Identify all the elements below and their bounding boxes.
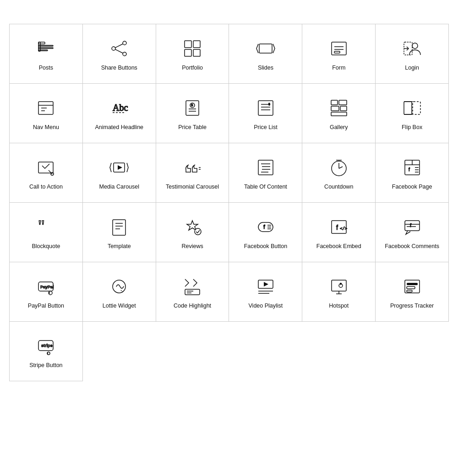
svg-rect-108 <box>407 290 412 292</box>
media-carousel-icon <box>108 157 130 178</box>
widget-item-progress-tracker[interactable]: Progress Tracker <box>376 262 449 322</box>
widget-label-progress-tracker: Progress Tracker <box>390 302 434 309</box>
widget-item-template[interactable]: Template <box>83 203 156 262</box>
widget-label-call-to-action: Call to Action <box>29 183 63 190</box>
widget-label-facebook-comments: Facebook Comments <box>385 243 439 250</box>
svg-rect-84 <box>405 221 420 231</box>
widget-label-flip-box: Flip Box <box>402 124 422 131</box>
widget-label-nav-menu: Nav Menu <box>33 124 59 131</box>
widget-item-code-highlight[interactable]: Code Highlight <box>156 262 229 322</box>
widget-label-reviews: Reviews <box>181 243 203 250</box>
slides-icon <box>255 38 277 60</box>
widget-label-gallery: Gallery <box>330 124 348 131</box>
svg-rect-1 <box>38 45 53 46</box>
svg-text:$: $ <box>268 103 270 106</box>
facebook-page-icon: f <box>401 157 423 178</box>
svg-rect-43 <box>404 102 412 114</box>
svg-rect-94 <box>185 289 200 295</box>
svg-rect-11 <box>193 41 200 48</box>
svg-marker-98 <box>264 282 268 287</box>
svg-text:f: f <box>336 224 338 231</box>
reviews-icon <box>181 216 203 238</box>
widget-label-video-playlist: Video Playlist <box>249 302 283 309</box>
widget-item-gallery[interactable]: Gallery <box>302 84 376 143</box>
widget-item-media-carousel[interactable]: Media Carousel <box>83 143 156 203</box>
widget-label-portfolio: Portfolio <box>182 64 203 71</box>
widget-item-posts[interactable]: Posts <box>10 24 83 84</box>
svg-point-75 <box>195 228 201 235</box>
svg-rect-10 <box>185 41 191 48</box>
widget-label-hotspot: Hotspot <box>329 302 349 309</box>
svg-rect-2 <box>38 48 53 49</box>
form-icon <box>328 38 350 60</box>
widget-item-login[interactable]: Login <box>376 24 449 84</box>
svg-text:f: f <box>263 223 265 230</box>
widget-item-animated-headline[interactable]: Abc Animated Headline <box>83 84 156 143</box>
portfolio-icon <box>181 38 203 60</box>
widget-label-facebook-embed: Facebook Embed <box>316 243 361 250</box>
widget-item-reviews[interactable]: Reviews <box>156 203 229 262</box>
svg-rect-44 <box>413 102 420 114</box>
svg-text:f: f <box>409 167 410 172</box>
widget-item-price-list[interactable]: $ Price List <box>229 84 302 143</box>
svg-rect-54 <box>258 160 273 175</box>
facebook-comments-icon: f <box>401 216 423 238</box>
widget-item-share-buttons[interactable]: Share Buttons <box>83 24 156 84</box>
widget-item-facebook-button[interactable]: f Facebook Button <box>229 203 302 262</box>
login-icon <box>401 38 423 60</box>
flip-box-icon <box>401 97 423 119</box>
widget-item-facebook-page[interactable]: f Facebook Page <box>376 143 449 203</box>
widget-item-paypal-button[interactable]: PayPal PayPal Button <box>10 262 83 322</box>
widget-item-price-table[interactable]: $ Price Table <box>156 84 229 143</box>
widget-item-blockquote[interactable]: " Blockquote <box>10 203 83 262</box>
widget-item-countdown[interactable]: Countdown <box>302 143 376 203</box>
svg-point-90 <box>49 291 52 295</box>
facebook-embed-icon: f</> <box>328 216 350 238</box>
widget-label-animated-headline: Animated Headline <box>95 124 143 131</box>
widget-item-slides[interactable]: Slides <box>229 24 302 84</box>
svg-rect-71 <box>113 220 125 235</box>
video-playlist-icon <box>255 276 277 298</box>
widget-item-flip-box[interactable]: Flip Box <box>376 84 449 143</box>
widget-item-portfolio[interactable]: Portfolio <box>156 24 229 84</box>
svg-rect-41 <box>340 106 347 111</box>
svg-rect-12 <box>185 49 191 56</box>
svg-text:f: f <box>410 222 412 228</box>
widget-item-testimonial-carousel[interactable]: Testimonial Carousel <box>156 143 229 203</box>
svg-rect-39 <box>339 100 347 105</box>
svg-rect-107 <box>407 287 415 289</box>
testimonial-carousel-icon <box>181 157 203 178</box>
nav-menu-icon <box>35 97 57 119</box>
hotspot-icon <box>328 276 350 298</box>
widget-label-template: Template <box>108 243 131 250</box>
widget-item-nav-menu[interactable]: Nav Menu <box>10 84 83 143</box>
widget-item-video-playlist[interactable]: Video Playlist <box>229 262 302 322</box>
code-highlight-icon <box>181 276 203 298</box>
widget-label-facebook-page: Facebook Page <box>392 183 432 190</box>
progress-tracker-icon <box>401 276 423 298</box>
widget-label-stripe-button: Stripe Button <box>29 362 62 369</box>
template-icon <box>108 216 130 238</box>
paypal-button-icon: PayPal <box>35 276 57 298</box>
widgets-last-row: stripe Stripe Button <box>9 322 449 381</box>
posts-icon <box>35 38 57 60</box>
widget-label-price-table: Price Table <box>178 124 207 131</box>
widget-item-hotspot[interactable]: Hotspot <box>302 262 376 322</box>
widget-item-form[interactable]: Form <box>302 24 376 84</box>
svg-point-19 <box>412 43 418 49</box>
widget-item-facebook-comments[interactable]: f Facebook Comments <box>376 203 449 262</box>
widget-item-call-to-action[interactable]: Call to Action <box>10 143 83 203</box>
price-table-icon: $ <box>181 97 203 119</box>
widget-item-table-of-content[interactable]: Table Of Content <box>229 143 302 203</box>
widget-label-share-buttons: Share Buttons <box>101 64 137 71</box>
blockquote-icon: " <box>35 216 57 238</box>
widget-label-code-highlight: Code Highlight <box>174 302 211 309</box>
widget-item-lottie-widget[interactable]: Lottie Widget <box>83 262 156 322</box>
svg-rect-33 <box>258 101 273 115</box>
facebook-button-icon: f <box>255 216 277 238</box>
widget-label-paypal-button: PayPal Button <box>28 302 64 309</box>
widget-item-stripe-button[interactable]: stripe Stripe Button <box>10 322 83 381</box>
widget-item-facebook-embed[interactable]: f</> Facebook Embed <box>302 203 376 262</box>
countdown-icon <box>328 157 350 178</box>
svg-rect-18 <box>334 51 340 53</box>
